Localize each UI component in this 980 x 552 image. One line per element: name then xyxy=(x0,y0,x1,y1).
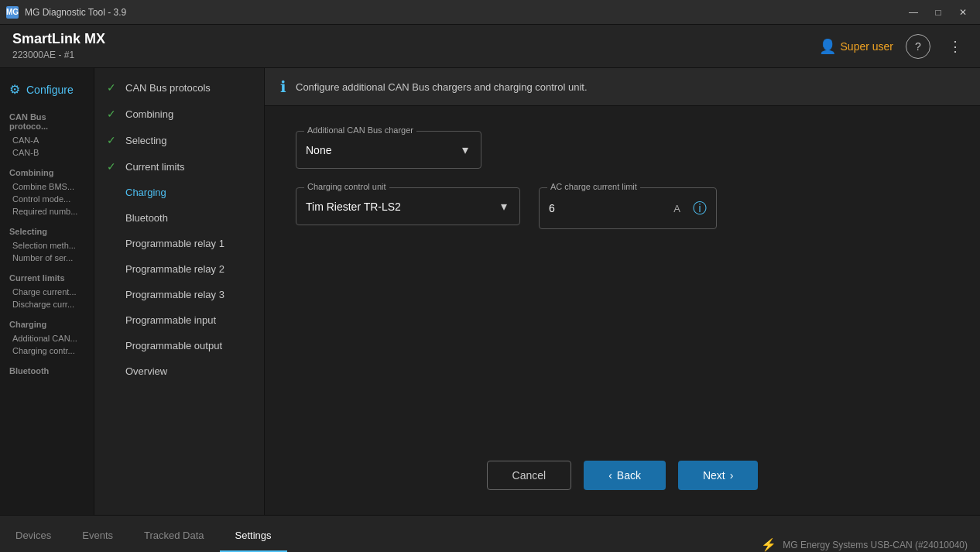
nav-item-canbus-protocols[interactable]: ✓ CAN Bus protocols xyxy=(94,74,264,101)
tab-devices[interactable]: Devices xyxy=(0,520,67,552)
status-bar: ⚡ MG Energy Systems USB-CAN (#24010040) xyxy=(749,537,980,552)
additional-canbus-field[interactable]: Additional CAN Bus charger None ▾ xyxy=(296,131,481,169)
charging-control-unit-select[interactable]: Tim Riester TR-LS2 ▾ xyxy=(306,188,510,217)
ac-charge-limit-label: AC charge current limit xyxy=(547,182,640,191)
check-icon-current-limits: ✓ xyxy=(107,160,119,173)
sidebar-item-charging-contr[interactable]: Charging contr... xyxy=(6,345,87,357)
title-bar-text: MG Diagnostic Tool - 3.9 xyxy=(25,7,896,18)
sidebar-section-title-bluetooth: Bluetooth xyxy=(6,363,87,379)
configure-label: Configure xyxy=(26,84,74,96)
ac-limit-unit: A xyxy=(673,203,680,214)
status-text: MG Energy Systems USB-CAN (#24010040) xyxy=(783,540,968,550)
sidebar-left: ⚙ Configure CAN Bus protoco... CAN-A CAN… xyxy=(0,68,94,515)
nav-item-charging[interactable]: Charging xyxy=(94,180,264,205)
sidebar-item-number-ser[interactable]: Number of ser... xyxy=(6,252,87,264)
info-icon: ℹ xyxy=(280,77,286,96)
nav-item-prog-relay-3[interactable]: Programmable relay 3 xyxy=(94,282,264,307)
sidebar-item-required-numb[interactable]: Required numb... xyxy=(6,205,87,218)
additional-canbus-select[interactable]: None ▾ xyxy=(306,132,471,160)
sidebar-mid: ✓ CAN Bus protocols ✓ Combining ✓ Select… xyxy=(94,68,265,515)
form-row-2: Charging control unit Tim Riester TR-LS2… xyxy=(296,187,949,229)
sidebar-section-selecting: Selecting Selection meth... Number of se… xyxy=(0,219,94,266)
nav-item-current-limits[interactable]: ✓ Current limits xyxy=(94,153,264,180)
form-area: Additional CAN Bus charger None ▾ Chargi… xyxy=(265,106,980,445)
sidebar-section-combining: Combining Combine BMS... Control mode...… xyxy=(0,160,94,219)
nav-item-combining[interactable]: ✓ Combining xyxy=(94,101,264,127)
form-row-1: Additional CAN Bus charger None ▾ xyxy=(296,131,949,169)
close-button[interactable]: ✕ xyxy=(952,5,974,20)
info-circle-icon[interactable]: ⓘ xyxy=(693,199,707,218)
next-label: Next xyxy=(703,469,725,482)
chevron-down-icon-2: ▾ xyxy=(501,199,507,214)
additional-canbus-value: None xyxy=(306,144,331,156)
sidebar-section-bluetooth: Bluetooth xyxy=(0,358,94,380)
restore-button[interactable]: □ xyxy=(927,5,949,20)
charging-control-unit-value: Tim Riester TR-LS2 xyxy=(306,201,401,213)
check-icon-combining: ✓ xyxy=(107,108,119,120)
nav-item-bluetooth[interactable]: Bluetooth xyxy=(94,205,264,231)
sidebar-item-additional-can[interactable]: Additional CAN... xyxy=(6,332,87,345)
sidebar-section-charging: Charging Additional CAN... Charging cont… xyxy=(0,312,94,358)
info-banner: ℹ Configure additional CAN Bus chargers … xyxy=(265,68,980,106)
title-bar: MG MG Diagnostic Tool - 3.9 — □ ✕ xyxy=(0,0,980,25)
sidebar-section-title-selecting: Selecting xyxy=(6,224,87,239)
tab-settings[interactable]: Settings xyxy=(220,520,287,552)
configure-button[interactable]: ⚙ Configure xyxy=(0,74,94,105)
check-icon-selecting: ✓ xyxy=(107,134,119,146)
super-user-label[interactable]: 👤 Super user xyxy=(819,38,893,55)
nav-item-prog-output[interactable]: Programmable output xyxy=(94,333,264,358)
sidebar-item-canb[interactable]: CAN-B xyxy=(6,146,87,159)
tab-tracked-data[interactable]: Tracked Data xyxy=(128,520,220,552)
sidebar-item-selection-meth[interactable]: Selection meth... xyxy=(6,239,87,252)
usb-icon: ⚡ xyxy=(761,537,776,552)
charging-control-unit-field[interactable]: Charging control unit Tim Riester TR-LS2… xyxy=(296,187,520,225)
ac-limit-inner: 6 A ⓘ xyxy=(549,188,707,221)
charging-control-unit-label: Charging control unit xyxy=(304,182,389,191)
nav-item-selecting[interactable]: ✓ Selecting xyxy=(94,127,264,153)
sidebar-section-title-combining: Combining xyxy=(6,165,87,180)
main-area: ⚙ Configure CAN Bus protoco... CAN-A CAN… xyxy=(0,68,980,515)
sidebar-section-title-current-limits: Current limits xyxy=(6,270,87,286)
sidebar-item-control-mode[interactable]: Control mode... xyxy=(6,193,87,205)
title-bar-controls: — □ ✕ xyxy=(903,5,974,20)
sidebar-section-canbus: CAN Bus protoco... CAN-A CAN-B xyxy=(0,105,94,160)
nav-item-prog-input[interactable]: Programmable input xyxy=(94,307,264,333)
additional-canbus-label: Additional CAN Bus charger xyxy=(304,125,416,135)
nav-item-prog-relay-2[interactable]: Programmable relay 2 xyxy=(94,256,264,282)
check-icon-canbus: ✓ xyxy=(107,81,119,94)
next-button[interactable]: Next › xyxy=(678,461,758,490)
user-icon: 👤 xyxy=(819,38,836,55)
app-header: SmartLink MX 223000AE - #1 👤 Super user … xyxy=(0,25,980,68)
tab-bar: Devices Events Tracked Data Settings ⚡ M… xyxy=(0,515,980,552)
sidebar-item-cana[interactable]: CAN-A xyxy=(6,134,87,146)
chevron-down-icon: ▾ xyxy=(462,142,468,157)
app-icon: MG xyxy=(6,6,19,19)
content-area: ℹ Configure additional CAN Bus chargers … xyxy=(265,68,980,515)
info-text: Configure additional CAN Bus chargers an… xyxy=(296,81,588,93)
nav-item-prog-relay-1[interactable]: Programmable relay 1 xyxy=(94,231,264,256)
sidebar-section-current-limits: Current limits Charge current... Dischar… xyxy=(0,266,94,312)
nav-item-overview[interactable]: Overview xyxy=(94,358,264,384)
back-label: Back xyxy=(617,469,641,482)
next-arrow-icon: › xyxy=(730,469,734,482)
footer-buttons: Cancel ‹ Back Next › xyxy=(265,445,980,515)
tab-events[interactable]: Events xyxy=(67,520,128,552)
sidebar-item-charge-current[interactable]: Charge current... xyxy=(6,286,87,298)
minimize-button[interactable]: — xyxy=(903,5,924,20)
gear-icon: ⚙ xyxy=(9,82,20,97)
more-button[interactable]: ⋮ xyxy=(943,34,968,59)
ac-limit-value: 6 xyxy=(549,202,667,214)
help-button[interactable]: ? xyxy=(906,34,930,59)
app-subtitle: 223000AE - #1 xyxy=(12,50,74,60)
sidebar-section-title-canbus: CAN Bus protoco... xyxy=(6,109,87,134)
sidebar-item-discharge-curr[interactable]: Discharge curr... xyxy=(6,298,87,310)
ac-charge-limit-field[interactable]: AC charge current limit 6 A ⓘ xyxy=(539,187,717,229)
app-title: SmartLink MX 223000AE - #1 xyxy=(12,31,819,61)
sidebar-section-title-charging: Charging xyxy=(6,317,87,332)
header-right: 👤 Super user ? ⋮ xyxy=(819,34,968,59)
cancel-button[interactable]: Cancel xyxy=(487,461,572,490)
back-arrow-icon: ‹ xyxy=(608,469,612,482)
app-name: SmartLink MX xyxy=(12,31,819,47)
sidebar-item-combine-bms[interactable]: Combine BMS... xyxy=(6,180,87,193)
back-button[interactable]: ‹ Back xyxy=(584,461,666,490)
